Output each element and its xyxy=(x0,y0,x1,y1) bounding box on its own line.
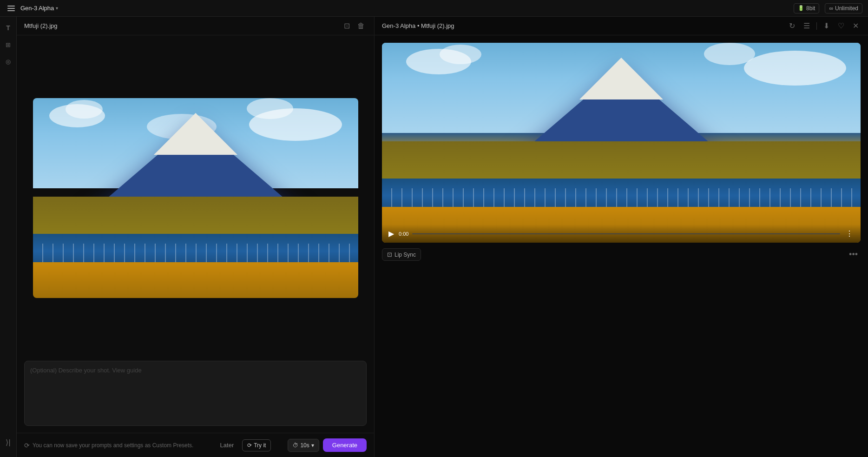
video-player: ▶ 0:00 ⋮ xyxy=(382,43,861,243)
try-it-icon: ⟳ xyxy=(247,442,252,449)
bits-label: 8bit xyxy=(806,5,815,12)
video-frame xyxy=(382,43,861,243)
generate-button[interactable]: Generate xyxy=(323,438,367,452)
video-more-button[interactable]: ⋮ xyxy=(844,228,855,239)
actions-row: ⊡ Lip Sync ••• xyxy=(382,248,861,261)
sidebar-item-text[interactable]: T xyxy=(1,20,16,35)
video-cloud-2 xyxy=(440,45,481,64)
list-button[interactable]: ☰ xyxy=(802,20,812,31)
play-button[interactable]: ▶ xyxy=(388,228,395,239)
land-layer xyxy=(33,197,358,234)
lip-sync-icon: ⊡ xyxy=(387,251,392,258)
effects-icon: ◎ xyxy=(6,58,11,65)
video-cloud-4 xyxy=(704,43,755,65)
right-panel-actions: ↻ ☰ ⬇ ♡ ✕ xyxy=(787,20,861,31)
video-fuji-painting xyxy=(382,43,861,243)
header-divider xyxy=(816,22,817,30)
app-title-text: Gen-3 Alpha xyxy=(20,5,54,12)
lip-sync-button[interactable]: ⊡ Lip Sync xyxy=(382,248,421,261)
action-tags: ⊡ Lip Sync xyxy=(382,248,421,261)
sidebar-collapse-button[interactable]: ⟩| xyxy=(1,435,16,450)
video-controls: ▶ 0:00 ⋮ xyxy=(382,225,861,243)
cloud-2 xyxy=(66,100,103,119)
lip-sync-label: Lip Sync xyxy=(395,252,416,258)
actions-more-button[interactable]: ••• xyxy=(846,249,861,260)
video-cloud-3 xyxy=(744,51,846,86)
later-button[interactable]: Later xyxy=(216,439,239,451)
source-image xyxy=(33,98,358,298)
promo-text: You can now save your prompts and settin… xyxy=(33,442,193,449)
bottom-actions: Later ⟳ Try it ⏱ 10s ▾ Generate xyxy=(216,438,367,452)
try-it-label: Try it xyxy=(254,442,266,449)
left-panel-title: Mtfuji (2).jpg xyxy=(24,22,58,29)
video-waves xyxy=(382,188,861,207)
unlimited-label: Unlimited xyxy=(835,5,858,12)
left-panel-header: Mtfuji (2).jpg ⊡ 🗑 xyxy=(17,17,374,35)
top-bar: Gen-3 Alpha ▾ 🔋 8bit ∞ Unlimited xyxy=(0,0,868,17)
progress-bar[interactable] xyxy=(412,233,840,234)
foreground-layer xyxy=(33,262,358,298)
prompt-input[interactable] xyxy=(24,361,367,426)
adjustments-icon: ⊞ xyxy=(6,41,11,48)
collapse-icon: ⟩| xyxy=(6,438,10,447)
right-panel-title: Gen-3 Alpha • Mtfuji (2).jpg xyxy=(382,22,454,29)
text-tool-icon: T xyxy=(6,24,10,32)
time-display: 0:00 xyxy=(399,231,408,237)
duration-label: 10s xyxy=(300,442,309,449)
top-bar-left: Gen-3 Alpha ▾ xyxy=(6,4,58,13)
snow-layer xyxy=(154,113,237,155)
battery-icon: 🔋 xyxy=(798,5,804,11)
bits-badge[interactable]: 🔋 8bit xyxy=(794,3,819,13)
favorite-button[interactable]: ♡ xyxy=(836,20,846,31)
delete-button[interactable]: 🗑 xyxy=(355,20,367,31)
image-area xyxy=(17,35,374,361)
left-sidebar: T ⊞ ◎ ⟩| xyxy=(0,17,17,457)
unlimited-icon: ∞ xyxy=(829,5,833,12)
duration-chevron: ▾ xyxy=(311,442,314,449)
app-title-button[interactable]: Gen-3 Alpha ▾ xyxy=(20,5,58,12)
video-snow xyxy=(579,58,663,99)
refresh-button[interactable]: ↻ xyxy=(787,20,797,31)
menu-button[interactable] xyxy=(6,4,17,13)
crop-button[interactable]: ⊡ xyxy=(342,20,352,31)
fuji-painting xyxy=(33,98,358,298)
top-bar-right: 🔋 8bit ∞ Unlimited xyxy=(794,3,862,13)
promo-message: ⟳ You can now save your prompts and sett… xyxy=(24,442,193,449)
clock-icon: ⏱ xyxy=(293,442,298,449)
right-panel: Gen-3 Alpha • Mtfuji (2).jpg ↻ ☰ ⬇ ♡ ✕ xyxy=(375,17,868,457)
bottom-bar: ⟳ You can now save your prompts and sett… xyxy=(17,433,374,457)
try-it-button[interactable]: ⟳ Try it xyxy=(242,439,271,451)
duration-selector[interactable]: ⏱ 10s ▾ xyxy=(288,439,319,452)
prompt-area xyxy=(24,361,367,427)
download-button[interactable]: ⬇ xyxy=(822,20,831,31)
waves-layer xyxy=(33,244,358,262)
video-land xyxy=(382,141,861,179)
sync-icon: ⟳ xyxy=(24,442,30,449)
right-panel-header: Gen-3 Alpha • Mtfuji (2).jpg ↻ ☰ ⬇ ♡ ✕ xyxy=(375,17,868,35)
left-panel-actions: ⊡ 🗑 xyxy=(342,20,367,31)
unlimited-badge[interactable]: ∞ Unlimited xyxy=(825,3,862,13)
main-layout: T ⊞ ◎ ⟩| Mtfuji (2).jpg ⊡ 🗑 xyxy=(0,17,868,457)
app-title-chevron: ▾ xyxy=(56,6,58,11)
left-panel: Mtfuji (2).jpg ⊡ 🗑 xyxy=(17,17,375,457)
cloud-4 xyxy=(247,98,293,119)
close-button[interactable]: ✕ xyxy=(851,20,861,31)
sidebar-item-adjustments[interactable]: ⊞ xyxy=(1,37,16,52)
right-panel-content: ▶ 0:00 ⋮ ⊡ Lip Sync ••• xyxy=(375,35,868,457)
sidebar-item-effects[interactable]: ◎ xyxy=(1,54,16,69)
